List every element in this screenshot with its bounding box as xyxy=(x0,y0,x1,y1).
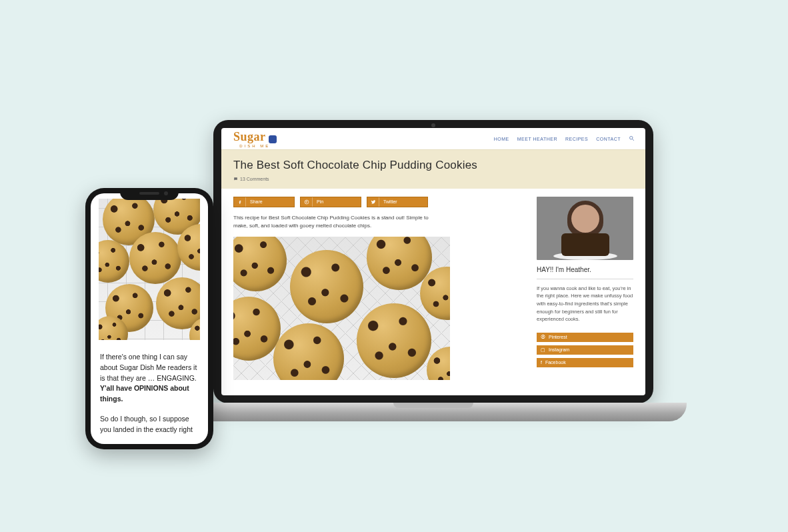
post-title: The Best Soft Chocolate Chip Pudding Coo… xyxy=(233,158,633,173)
social-instagram-link[interactable]: ▢Instagram xyxy=(537,345,633,355)
pinterest-icon xyxy=(301,197,313,207)
phone-article: If there's one thing I can say about Sug… xyxy=(91,193,208,435)
laptop-camera xyxy=(431,123,435,127)
laptop-base xyxy=(180,403,687,421)
twitter-icon xyxy=(367,197,379,207)
comment-icon xyxy=(233,177,238,181)
phone-p1-bold: Y'all have OPINIONS about things. xyxy=(100,384,189,403)
share-label: Share xyxy=(246,199,267,205)
nav-contact[interactable]: CONTACT xyxy=(596,136,621,142)
social-links: ⦿Pinterest ▢Instagram fFacebook xyxy=(537,333,633,367)
share-label: Twitter xyxy=(379,199,401,205)
laptop-hinge-notch xyxy=(393,403,473,408)
social-facebook-link[interactable]: fFacebook xyxy=(537,358,633,367)
sidebar: HAY!! I'm Heather. If you wanna cook and… xyxy=(537,197,633,380)
phone-p1-text: If there's one thing I can say about Sug… xyxy=(100,353,197,382)
share-pinterest-button[interactable]: Pin xyxy=(300,197,361,207)
search-icon[interactable] xyxy=(629,135,635,143)
phone-hero-image xyxy=(99,199,200,340)
nav-recipes[interactable]: RECIPES xyxy=(565,136,588,142)
phone-paragraph-1: If there's one thing I can say about Sug… xyxy=(100,352,199,405)
logo-tagline: DISH ME xyxy=(239,144,270,148)
phone-mockup: If there's one thing I can say about Sug… xyxy=(85,188,213,449)
svg-point-2 xyxy=(305,200,309,204)
title-band: The Best Soft Chocolate Chip Pudding Coo… xyxy=(221,149,645,189)
phone-notch xyxy=(120,188,179,200)
logo-text: Sugar xyxy=(233,130,266,143)
nav-home[interactable]: HOME xyxy=(494,136,509,142)
laptop-mockup: Sugar DISH ME HOME MEET HEATHER RECIPES … xyxy=(213,120,687,421)
svg-line-1 xyxy=(633,139,634,140)
main-column: Share Pin Twitter This recipe for xyxy=(233,197,522,380)
facebook-icon: f xyxy=(541,359,542,365)
social-label: Facebook xyxy=(545,359,566,365)
author-heading: HAY!! I'm Heather. xyxy=(537,265,633,275)
facebook-icon xyxy=(234,197,246,207)
hero-image xyxy=(233,237,450,380)
phone-bezel: If there's one thing I can say about Sug… xyxy=(85,188,213,449)
phone-screen: If there's one thing I can say about Sug… xyxy=(91,193,208,444)
svg-point-0 xyxy=(630,136,633,139)
content-row: Share Pin Twitter This recipe for xyxy=(221,189,645,380)
main-nav: HOME MEET HEATHER RECIPES CONTACT xyxy=(494,135,635,143)
comments-link[interactable]: 13 Comments xyxy=(233,176,633,182)
author-photo xyxy=(537,197,633,260)
comments-count: 13 Comments xyxy=(240,176,269,182)
pinterest-icon: ⦿ xyxy=(541,334,545,340)
share-facebook-button[interactable]: Share xyxy=(233,197,295,207)
blog-site: Sugar DISH ME HOME MEET HEATHER RECIPES … xyxy=(221,128,645,380)
site-logo[interactable]: Sugar DISH ME xyxy=(233,131,277,148)
share-label: Pin xyxy=(313,199,327,205)
post-intro: This recipe for Best Soft Chocolate Chip… xyxy=(233,214,440,230)
instagram-icon: ▢ xyxy=(541,347,545,353)
laptop-screen: Sugar DISH ME HOME MEET HEATHER RECIPES … xyxy=(221,128,645,395)
site-header: Sugar DISH ME HOME MEET HEATHER RECIPES … xyxy=(221,128,645,149)
share-twitter-button[interactable]: Twitter xyxy=(367,197,428,207)
author-bio: If you wanna cook and like to eat, you'r… xyxy=(537,285,633,323)
social-pinterest-link[interactable]: ⦿Pinterest xyxy=(537,333,633,342)
laptop-bezel: Sugar DISH ME HOME MEET HEATHER RECIPES … xyxy=(213,120,653,403)
social-label: Pinterest xyxy=(549,334,567,340)
social-label: Instagram xyxy=(549,347,569,353)
phone-paragraph-2: So do I though, so I suppose you landed … xyxy=(100,414,199,435)
nav-meet-heather[interactable]: MEET HEATHER xyxy=(517,136,557,142)
share-row: Share Pin Twitter xyxy=(233,197,522,207)
sidebar-divider xyxy=(537,279,633,279)
logo-mark-icon xyxy=(269,135,277,143)
